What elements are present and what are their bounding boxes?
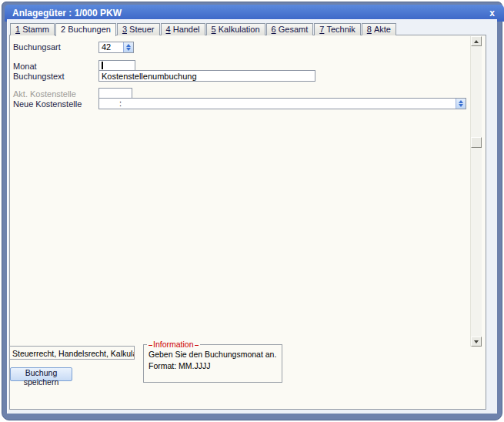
tab-accelerator: 5 [212,25,216,34]
information-fieldset: Information Geben Sie den Buchungsmonat … [143,344,282,383]
information-line2: Format: MM.JJJJ [149,361,211,370]
tab-label: Handel [173,25,200,34]
combo-stepper-icon[interactable] [123,42,133,52]
tab-strip: 1 Stamm 2 Buchungen 3 Steuer 4 Handel 5 … [10,23,397,36]
buchungsart-label: Buchungsart [13,42,61,52]
buchungstext-input[interactable] [98,70,315,82]
accounting-scope-box: Steuerrecht, Handelsrecht, Kalkulation [9,346,135,360]
tab-steuer[interactable]: 3 Steuer [117,23,160,35]
tab-label: Akte [374,25,391,34]
tab-label: Stamm [22,25,49,34]
scroll-down-icon[interactable] [471,337,482,347]
tab-accelerator: 6 [272,25,276,34]
tab-label: Steuer [129,25,154,34]
tab-handel[interactable]: 4 Handel [161,23,205,35]
neue-kostenstelle-combobox[interactable]: : [98,98,466,109]
buchungstext-label: Buchungstext [13,72,65,82]
monat-label: Monat [13,62,37,72]
accounting-scope-text: Steuerrecht, Handelsrecht, Kalkulation [12,349,135,358]
application-window: Anlagegüter : 1/000 PKW x 1 Stamm 2 Buch… [0,0,504,422]
tab-stamm[interactable]: 1 Stamm [10,23,55,35]
tab-gesamt[interactable]: 6 Gesamt [266,23,314,35]
information-line1: Geben Sie den Buchungsmonat an. [149,350,276,359]
neue-kostenstelle-value: : [119,99,122,109]
combo-stepper-icon[interactable] [456,99,466,109]
scrollbar-thumb[interactable] [471,137,482,148]
tab-accelerator: 1 [15,25,20,34]
tab-label: Buchungen [68,25,111,34]
tab-akte[interactable]: 8 Akte [362,23,396,35]
tab-label: Gesamt [279,25,309,34]
tab-accelerator: 4 [166,25,171,34]
tab-kalkulation[interactable]: 5 Kalkulation [206,23,265,35]
buchungsart-value: 42 [102,42,111,52]
information-legend: Information [147,340,200,350]
tab-accelerator: 7 [319,25,324,34]
tab-technik[interactable]: 7 Technik [314,23,360,35]
scroll-up-icon[interactable] [471,36,482,46]
save-booking-button[interactable]: Buchung speichern [10,367,72,381]
tab-label: Kalkulation [219,25,260,34]
tab-buchungen[interactable]: 2 Buchungen [55,23,116,36]
tab-label: Technik [326,25,355,34]
neue-kostenstelle-label: Neue Kostenstelle [13,99,82,109]
vertical-scrollbar[interactable] [470,36,482,347]
tab-accelerator: 8 [367,25,372,34]
akt-kostenstelle-label: Akt. Kostenstelle [13,89,76,99]
text-caret [102,62,103,69]
tab-accelerator: 3 [122,25,127,34]
buchungsart-combobox[interactable]: 42 [98,42,134,53]
tab-accelerator: 2 [61,25,65,34]
